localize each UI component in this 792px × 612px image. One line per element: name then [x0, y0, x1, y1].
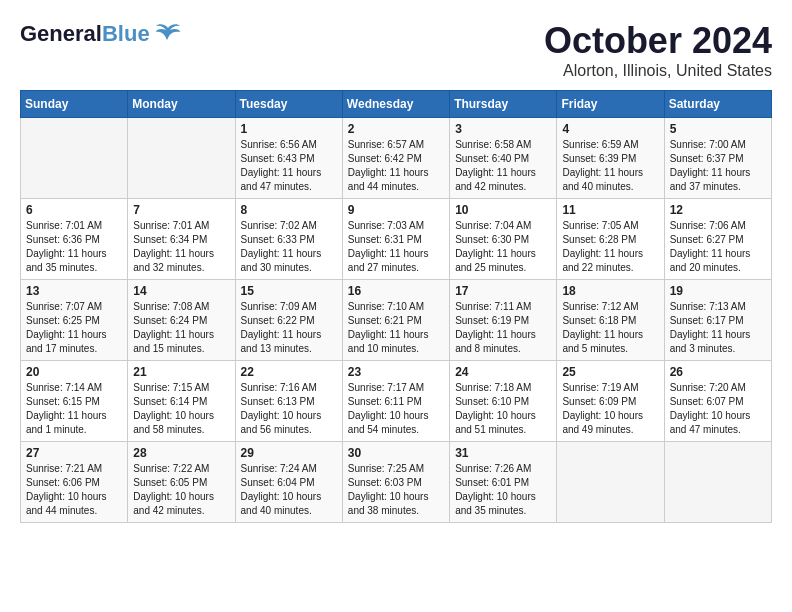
calendar-cell: 22Sunrise: 7:16 AMSunset: 6:13 PMDayligh… [235, 361, 342, 442]
calendar-cell: 11Sunrise: 7:05 AMSunset: 6:28 PMDayligh… [557, 199, 664, 280]
calendar-cell [128, 118, 235, 199]
day-number: 21 [133, 365, 229, 379]
day-header-tuesday: Tuesday [235, 91, 342, 118]
calendar-cell: 9Sunrise: 7:03 AMSunset: 6:31 PMDaylight… [342, 199, 449, 280]
day-number: 8 [241, 203, 337, 217]
calendar-cell: 12Sunrise: 7:06 AMSunset: 6:27 PMDayligh… [664, 199, 771, 280]
calendar-cell: 16Sunrise: 7:10 AMSunset: 6:21 PMDayligh… [342, 280, 449, 361]
day-info: Sunrise: 7:09 AMSunset: 6:22 PMDaylight:… [241, 300, 337, 356]
day-info: Sunrise: 7:21 AMSunset: 6:06 PMDaylight:… [26, 462, 122, 518]
logo-general: General [20, 21, 102, 46]
day-number: 2 [348, 122, 444, 136]
day-number: 12 [670, 203, 766, 217]
calendar-cell: 14Sunrise: 7:08 AMSunset: 6:24 PMDayligh… [128, 280, 235, 361]
day-number: 31 [455, 446, 551, 460]
calendar-cell: 4Sunrise: 6:59 AMSunset: 6:39 PMDaylight… [557, 118, 664, 199]
logo: GeneralBlue [20, 20, 182, 48]
calendar-cell: 23Sunrise: 7:17 AMSunset: 6:11 PMDayligh… [342, 361, 449, 442]
calendar-cell: 1Sunrise: 6:56 AMSunset: 6:43 PMDaylight… [235, 118, 342, 199]
calendar-cell: 2Sunrise: 6:57 AMSunset: 6:42 PMDaylight… [342, 118, 449, 199]
day-number: 13 [26, 284, 122, 298]
calendar-cell: 8Sunrise: 7:02 AMSunset: 6:33 PMDaylight… [235, 199, 342, 280]
location-title: Alorton, Illinois, United States [544, 62, 772, 80]
day-number: 11 [562, 203, 658, 217]
day-number: 18 [562, 284, 658, 298]
calendar-table: SundayMondayTuesdayWednesdayThursdayFrid… [20, 90, 772, 523]
calendar-cell: 30Sunrise: 7:25 AMSunset: 6:03 PMDayligh… [342, 442, 449, 523]
month-title: October 2024 [544, 20, 772, 62]
header: GeneralBlue October 2024 Alorton, Illino… [20, 20, 772, 80]
calendar-cell: 31Sunrise: 7:26 AMSunset: 6:01 PMDayligh… [450, 442, 557, 523]
day-info: Sunrise: 7:08 AMSunset: 6:24 PMDaylight:… [133, 300, 229, 356]
calendar-cell [664, 442, 771, 523]
day-info: Sunrise: 7:01 AMSunset: 6:36 PMDaylight:… [26, 219, 122, 275]
day-number: 1 [241, 122, 337, 136]
calendar-cell: 21Sunrise: 7:15 AMSunset: 6:14 PMDayligh… [128, 361, 235, 442]
calendar-cell: 29Sunrise: 7:24 AMSunset: 6:04 PMDayligh… [235, 442, 342, 523]
calendar-week-row: 27Sunrise: 7:21 AMSunset: 6:06 PMDayligh… [21, 442, 772, 523]
day-header-saturday: Saturday [664, 91, 771, 118]
calendar-cell: 27Sunrise: 7:21 AMSunset: 6:06 PMDayligh… [21, 442, 128, 523]
day-header-friday: Friday [557, 91, 664, 118]
day-number: 19 [670, 284, 766, 298]
day-number: 20 [26, 365, 122, 379]
day-number: 30 [348, 446, 444, 460]
day-number: 4 [562, 122, 658, 136]
day-number: 5 [670, 122, 766, 136]
day-number: 6 [26, 203, 122, 217]
calendar-cell: 3Sunrise: 6:58 AMSunset: 6:40 PMDaylight… [450, 118, 557, 199]
day-number: 16 [348, 284, 444, 298]
day-info: Sunrise: 7:26 AMSunset: 6:01 PMDaylight:… [455, 462, 551, 518]
day-number: 14 [133, 284, 229, 298]
calendar-cell: 25Sunrise: 7:19 AMSunset: 6:09 PMDayligh… [557, 361, 664, 442]
day-info: Sunrise: 7:11 AMSunset: 6:19 PMDaylight:… [455, 300, 551, 356]
day-info: Sunrise: 7:22 AMSunset: 6:05 PMDaylight:… [133, 462, 229, 518]
day-info: Sunrise: 7:25 AMSunset: 6:03 PMDaylight:… [348, 462, 444, 518]
calendar-cell: 26Sunrise: 7:20 AMSunset: 6:07 PMDayligh… [664, 361, 771, 442]
day-info: Sunrise: 6:58 AMSunset: 6:40 PMDaylight:… [455, 138, 551, 194]
day-info: Sunrise: 7:13 AMSunset: 6:17 PMDaylight:… [670, 300, 766, 356]
day-info: Sunrise: 7:10 AMSunset: 6:21 PMDaylight:… [348, 300, 444, 356]
day-number: 25 [562, 365, 658, 379]
day-number: 15 [241, 284, 337, 298]
calendar-cell: 20Sunrise: 7:14 AMSunset: 6:15 PMDayligh… [21, 361, 128, 442]
day-header-wednesday: Wednesday [342, 91, 449, 118]
day-info: Sunrise: 7:01 AMSunset: 6:34 PMDaylight:… [133, 219, 229, 275]
calendar-cell [557, 442, 664, 523]
day-number: 17 [455, 284, 551, 298]
logo-bird-icon [154, 20, 182, 48]
day-info: Sunrise: 7:16 AMSunset: 6:13 PMDaylight:… [241, 381, 337, 437]
calendar-cell: 24Sunrise: 7:18 AMSunset: 6:10 PMDayligh… [450, 361, 557, 442]
day-info: Sunrise: 7:07 AMSunset: 6:25 PMDaylight:… [26, 300, 122, 356]
calendar-cell: 13Sunrise: 7:07 AMSunset: 6:25 PMDayligh… [21, 280, 128, 361]
calendar-cell: 28Sunrise: 7:22 AMSunset: 6:05 PMDayligh… [128, 442, 235, 523]
calendar-week-row: 13Sunrise: 7:07 AMSunset: 6:25 PMDayligh… [21, 280, 772, 361]
day-info: Sunrise: 7:05 AMSunset: 6:28 PMDaylight:… [562, 219, 658, 275]
calendar-cell: 6Sunrise: 7:01 AMSunset: 6:36 PMDaylight… [21, 199, 128, 280]
calendar-week-row: 20Sunrise: 7:14 AMSunset: 6:15 PMDayligh… [21, 361, 772, 442]
calendar-cell: 10Sunrise: 7:04 AMSunset: 6:30 PMDayligh… [450, 199, 557, 280]
day-info: Sunrise: 7:00 AMSunset: 6:37 PMDaylight:… [670, 138, 766, 194]
calendar-cell: 7Sunrise: 7:01 AMSunset: 6:34 PMDaylight… [128, 199, 235, 280]
day-number: 10 [455, 203, 551, 217]
day-header-sunday: Sunday [21, 91, 128, 118]
day-number: 3 [455, 122, 551, 136]
calendar-cell: 5Sunrise: 7:00 AMSunset: 6:37 PMDaylight… [664, 118, 771, 199]
calendar-cell: 15Sunrise: 7:09 AMSunset: 6:22 PMDayligh… [235, 280, 342, 361]
day-info: Sunrise: 7:20 AMSunset: 6:07 PMDaylight:… [670, 381, 766, 437]
day-number: 23 [348, 365, 444, 379]
calendar-week-row: 6Sunrise: 7:01 AMSunset: 6:36 PMDaylight… [21, 199, 772, 280]
day-info: Sunrise: 7:24 AMSunset: 6:04 PMDaylight:… [241, 462, 337, 518]
day-info: Sunrise: 7:04 AMSunset: 6:30 PMDaylight:… [455, 219, 551, 275]
logo-blue: Blue [102, 21, 150, 46]
day-info: Sunrise: 7:14 AMSunset: 6:15 PMDaylight:… [26, 381, 122, 437]
day-info: Sunrise: 6:57 AMSunset: 6:42 PMDaylight:… [348, 138, 444, 194]
calendar-cell [21, 118, 128, 199]
calendar-week-row: 1Sunrise: 6:56 AMSunset: 6:43 PMDaylight… [21, 118, 772, 199]
day-number: 27 [26, 446, 122, 460]
calendar-cell: 17Sunrise: 7:11 AMSunset: 6:19 PMDayligh… [450, 280, 557, 361]
day-number: 29 [241, 446, 337, 460]
day-header-monday: Monday [128, 91, 235, 118]
day-info: Sunrise: 7:06 AMSunset: 6:27 PMDaylight:… [670, 219, 766, 275]
day-info: Sunrise: 7:03 AMSunset: 6:31 PMDaylight:… [348, 219, 444, 275]
